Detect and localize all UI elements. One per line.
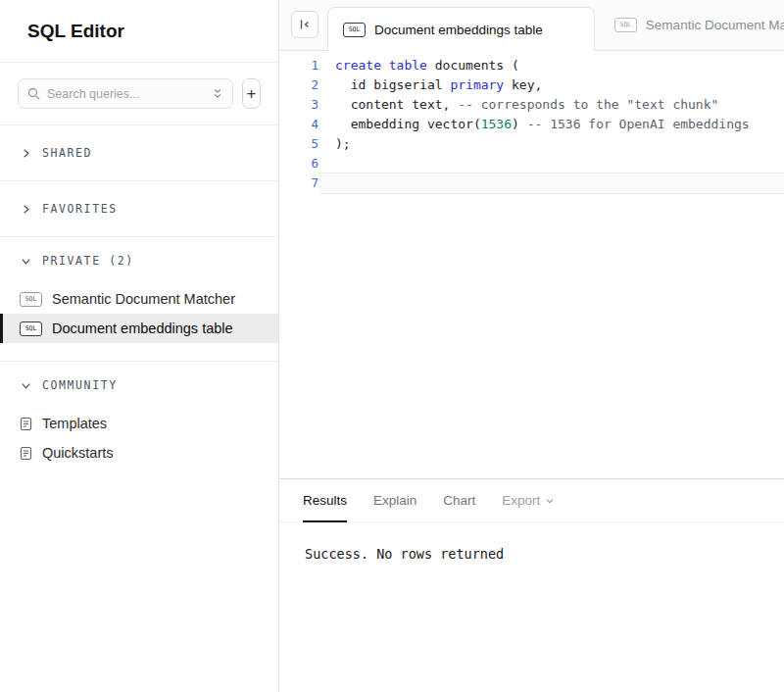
export-label: Export: [502, 493, 540, 508]
section-header-community[interactable]: COMMUNITY: [0, 362, 278, 409]
chevron-down-icon: [545, 496, 555, 506]
code-line[interactable]: 6: [279, 154, 784, 173]
code-token: content text,: [335, 97, 458, 112]
section-label-private: PRIVATE (2): [42, 254, 134, 268]
code-line[interactable]: 4 embedding vector(1536) -- 1536 for Ope…: [279, 115, 784, 134]
tab-results[interactable]: Results: [303, 479, 347, 521]
code-token: );: [335, 136, 351, 151]
sql-badge-icon: SQL: [343, 23, 366, 37]
tab-document-embeddings-table[interactable]: SQL Document embeddings table: [327, 7, 595, 51]
line-number: 2: [279, 75, 318, 95]
sidebar-item-label: Document embeddings table: [52, 321, 233, 336]
sidebar-item-label: Quickstarts: [42, 445, 114, 461]
sidebar: SQL Editor + SHARED FA: [0, 0, 279, 692]
code-token: -- 1536 for OpenAI embeddings: [527, 117, 750, 131]
code-token: -- corresponds to the "text chunk": [458, 97, 718, 112]
sidebar-section-shared[interactable]: SHARED: [0, 125, 278, 181]
code-line[interactable]: 5 );: [279, 134, 784, 154]
sidebar-item-label: Semantic Document Matcher: [52, 291, 235, 307]
sidebar-item-templates[interactable]: Templates: [0, 409, 278, 438]
sidebar-search-row: +: [0, 63, 278, 125]
tab-label: Semantic Document Matcher: [646, 18, 784, 32]
tab-explain[interactable]: Explain: [373, 479, 416, 521]
main-area: SQL Document embeddings table SQL Semant…: [279, 0, 784, 692]
code-token: 1536: [481, 117, 512, 131]
sql-badge-icon: SQL: [614, 18, 637, 32]
code-line-text: id bigserial primary key,: [318, 75, 784, 95]
code-line[interactable]: 2 id bigserial primary key,: [279, 75, 784, 95]
tab-chart[interactable]: Chart: [443, 479, 475, 521]
code-token: key,: [504, 77, 542, 92]
search-icon: [27, 87, 40, 100]
chevron-right-icon: [21, 204, 31, 215]
page-title: SQL Editor: [27, 21, 124, 42]
code-line-text: [318, 173, 784, 193]
results-message: Success. No rows returned: [305, 546, 504, 562]
code-line[interactable]: 3 content text, -- corresponds to the "t…: [279, 95, 784, 115]
sidebar-item-quickstarts[interactable]: Quickstarts: [0, 438, 278, 468]
tab-label: Document embeddings table: [374, 23, 543, 37]
code-line-current[interactable]: 7: [279, 173, 784, 193]
export-menu-button[interactable]: Export: [502, 479, 555, 521]
line-number: 4: [279, 115, 318, 134]
collapse-sidebar-button[interactable]: [291, 11, 318, 38]
sidebar-section-private: PRIVATE (2) SQL Semantic Document Matche…: [0, 237, 278, 362]
section-header-private[interactable]: PRIVATE (2): [0, 237, 278, 284]
code-token: create table: [335, 58, 427, 73]
code-token: id bigserial: [335, 77, 450, 92]
sidebar-section-community: COMMUNITY Templates Quickstarts: [0, 362, 278, 485]
results-body: Success. No rows returned: [279, 522, 784, 585]
code-line-text: [318, 154, 784, 173]
code-line-text: );: [318, 134, 784, 154]
chevron-down-icon: [21, 256, 31, 267]
code-line-text: embedding vector(1536) -- 1536 for OpenA…: [318, 115, 784, 134]
code-line[interactable]: 1 create table documents (: [279, 56, 784, 75]
line-number: 6: [279, 154, 318, 173]
sidebar-section-favorites[interactable]: FAVORITES: [0, 181, 278, 237]
sidebar-header: SQL Editor: [0, 0, 278, 63]
double-chevron-down-icon: [212, 87, 223, 100]
tab-semantic-document-matcher[interactable]: SQL Semantic Document Matcher: [601, 0, 784, 50]
results-panel: Results Explain Chart Export Success. No…: [279, 478, 784, 692]
results-tabbar: Results Explain Chart Export: [279, 479, 784, 522]
line-number: 5: [279, 134, 318, 154]
sql-badge-icon: SQL: [20, 292, 42, 307]
sidebar-item-semantic-document-matcher[interactable]: SQL Semantic Document Matcher: [0, 284, 278, 314]
section-label-community: COMMUNITY: [42, 378, 118, 392]
sidebar-item-label: Templates: [42, 416, 107, 431]
sidebar-item-document-embeddings-table[interactable]: SQL Document embeddings table: [0, 314, 278, 343]
document-icon: [20, 417, 32, 431]
sql-code-editor[interactable]: 1 create table documents ( 2 id bigseria…: [279, 51, 784, 478]
code-line-text: content text, -- corresponds to the "tex…: [318, 95, 784, 115]
app-window: SQL Editor + SHARED FA: [0, 0, 784, 692]
document-icon: [20, 446, 32, 461]
new-query-button[interactable]: +: [242, 78, 261, 109]
line-number: 7: [279, 173, 318, 193]
editor-tabbar: SQL Document embeddings table SQL Semant…: [279, 0, 784, 51]
line-number: 3: [279, 95, 318, 115]
search-input[interactable]: [47, 87, 205, 101]
code-token: documents (: [427, 58, 519, 73]
code-token: primary: [450, 77, 504, 92]
code-line-text: create table documents (: [318, 56, 784, 75]
sql-badge-icon: SQL: [20, 321, 42, 336]
chevron-right-icon: [21, 148, 31, 159]
section-label-favorites: FAVORITES: [42, 202, 118, 216]
chevron-down-icon: [21, 380, 31, 391]
line-number: 1: [279, 56, 318, 75]
section-label-shared: SHARED: [42, 146, 92, 160]
search-box[interactable]: [18, 78, 233, 109]
code-token: embedding vector(: [335, 117, 481, 131]
code-token: ): [512, 117, 527, 131]
